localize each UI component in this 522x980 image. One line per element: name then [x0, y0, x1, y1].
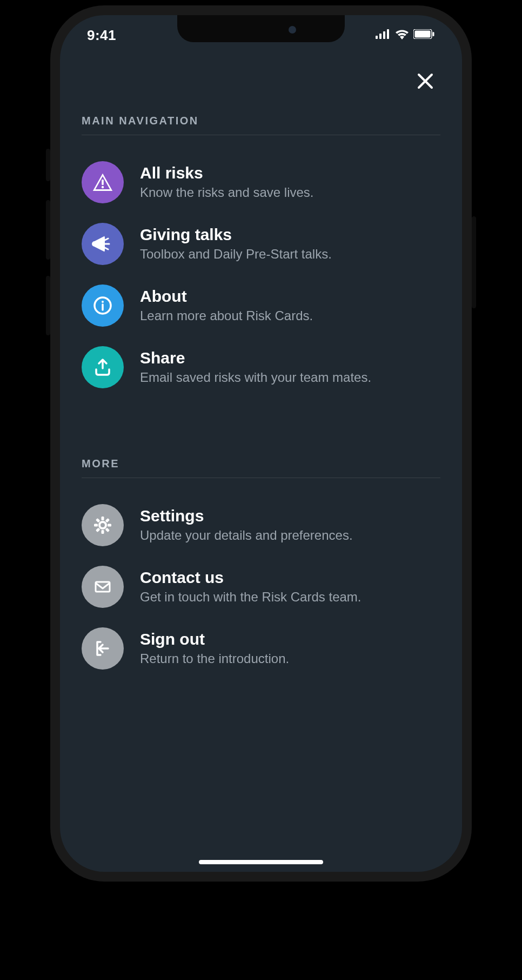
nav-item-subtitle: Get in touch with the Risk Cards team. — [140, 588, 440, 605]
battery-icon — [413, 29, 435, 41]
nav-item-title: About — [140, 287, 440, 306]
svg-rect-10 — [102, 180, 104, 185]
megaphone-icon — [82, 223, 124, 265]
nav-item-all-risks[interactable]: All risks Know the risks and save lives. — [82, 151, 440, 213]
phone-notch — [177, 15, 345, 42]
nav-item-subtitle: Return to the introduction. — [140, 650, 440, 667]
nav-item-sign-out[interactable]: Sign out Return to the introduction. — [82, 618, 440, 679]
nav-item-text: Share Email saved risks with your team m… — [140, 348, 440, 386]
svg-point-11 — [102, 186, 104, 188]
info-icon — [82, 284, 124, 327]
svg-rect-19 — [105, 518, 110, 522]
nav-item-text: Giving talks Toolbox and Daily Pre-Start… — [140, 225, 440, 262]
section-header-more: MORE — [82, 447, 440, 478]
nav-item-subtitle: Learn more about Risk Cards. — [140, 307, 440, 324]
nav-item-subtitle: Update your details and preferences. — [140, 527, 440, 544]
nav-item-title: Contact us — [140, 568, 440, 587]
svg-rect-20 — [96, 528, 100, 532]
svg-rect-16 — [102, 530, 104, 534]
nav-item-title: Giving talks — [140, 225, 440, 244]
share-icon — [82, 346, 124, 388]
wifi-icon — [395, 29, 409, 42]
svg-point-13 — [102, 301, 104, 303]
phone-volume-up — [46, 200, 50, 260]
svg-rect-3 — [387, 29, 389, 39]
section-header-main: MAIN NAVIGATION — [82, 104, 440, 135]
svg-rect-5 — [415, 31, 431, 38]
phone-volume-down — [46, 276, 50, 335]
svg-rect-15 — [102, 517, 104, 520]
menu-content: MAIN NAVIGATION All risks Know the risks… — [60, 55, 462, 872]
warning-icon — [82, 161, 124, 203]
svg-rect-0 — [376, 36, 378, 39]
status-time: 9:41 — [87, 27, 116, 44]
nav-item-title: All risks — [140, 163, 440, 183]
gear-icon — [82, 504, 124, 546]
nav-item-text: Settings Update your details and prefere… — [140, 506, 440, 544]
mail-icon — [82, 566, 124, 608]
home-indicator[interactable] — [199, 860, 323, 864]
cellular-icon — [376, 29, 391, 41]
svg-rect-22 — [105, 528, 110, 532]
nav-item-about[interactable]: About Learn more about Risk Cards. — [82, 275, 440, 336]
svg-rect-2 — [383, 31, 385, 39]
nav-item-subtitle: Email saved risks with your team mates. — [140, 369, 440, 386]
phone-screen: 9:41 MAIN NAVI — [60, 15, 462, 872]
phone-frame: 9:41 MAIN NAVI — [50, 5, 472, 882]
nav-item-settings[interactable]: Settings Update your details and prefere… — [82, 494, 440, 556]
nav-item-text: All risks Know the risks and save lives. — [140, 163, 440, 201]
phone-power-button — [472, 216, 476, 308]
main-nav-list: All risks Know the risks and save lives.… — [82, 135, 440, 398]
more-nav-list: Settings Update your details and prefere… — [82, 478, 440, 679]
phone-mute-switch — [46, 149, 50, 181]
nav-item-subtitle: Toolbox and Daily Pre-Start talks. — [140, 246, 440, 262]
close-icon — [416, 83, 435, 92]
nav-item-contact-us[interactable]: Contact us Get in touch with the Risk Ca… — [82, 556, 440, 618]
nav-item-title: Share — [140, 348, 440, 368]
svg-rect-6 — [433, 32, 434, 36]
svg-rect-23 — [96, 582, 110, 592]
svg-rect-1 — [379, 34, 382, 39]
nav-item-title: Sign out — [140, 630, 440, 649]
nav-item-subtitle: Know the risks and save lives. — [140, 184, 440, 201]
sign-out-icon — [82, 627, 124, 670]
svg-rect-21 — [96, 518, 100, 522]
nav-item-share[interactable]: Share Email saved risks with your team m… — [82, 336, 440, 398]
nav-item-title: Settings — [140, 506, 440, 526]
nav-item-text: Contact us Get in touch with the Risk Ca… — [140, 568, 440, 605]
svg-rect-17 — [94, 524, 98, 527]
svg-rect-18 — [108, 524, 111, 527]
nav-item-text: About Learn more about Risk Cards. — [140, 287, 440, 324]
close-button[interactable] — [416, 71, 435, 93]
nav-item-giving-talks[interactable]: Giving talks Toolbox and Daily Pre-Start… — [82, 213, 440, 275]
status-indicators — [376, 29, 435, 42]
nav-item-text: Sign out Return to the introduction. — [140, 630, 440, 667]
